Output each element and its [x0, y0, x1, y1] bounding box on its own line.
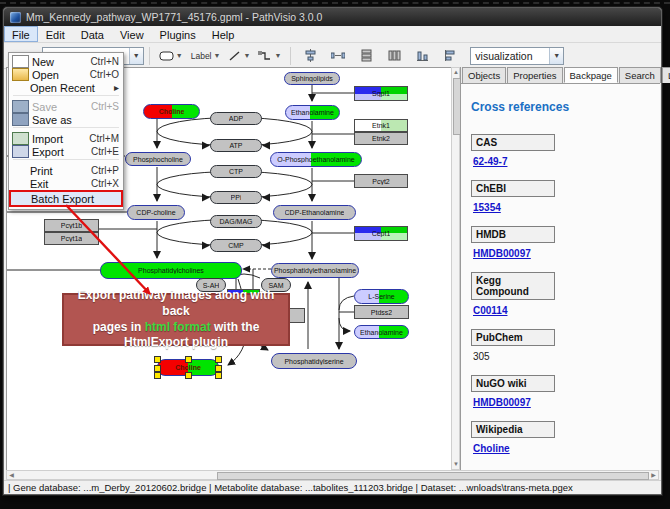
- file-menu-item[interactable]: Batch Export: [11, 192, 121, 205]
- line-icon: [228, 50, 241, 62]
- xref-link[interactable]: 305: [473, 351, 490, 362]
- xref-database-name: NuGO wiki: [471, 375, 555, 392]
- panel-tab[interactable]: Properties: [507, 67, 562, 83]
- align-bottom-button[interactable]: [409, 45, 435, 66]
- xref-link[interactable]: C00114: [473, 305, 507, 316]
- scroll-right-icon[interactable]: ▶: [649, 471, 658, 479]
- file-menu-item[interactable]: Import Ctrl+M: [10, 132, 122, 145]
- scrollbar-thumb[interactable]: [217, 472, 649, 480]
- pathway-node[interactable]: DAG/MAG: [210, 215, 262, 228]
- pathway-node[interactable]: Ptdss2: [354, 305, 409, 319]
- selection-handle[interactable]: [215, 365, 222, 372]
- menubar-item[interactable]: File: [4, 26, 38, 42]
- xref-section: CAS 62-49-7: [469, 134, 652, 173]
- xref-link[interactable]: HMDB00097: [473, 397, 531, 408]
- pathway-node[interactable]: Choline: [143, 104, 200, 119]
- panel-tab[interactable]: Search: [619, 67, 661, 83]
- pathway-node[interactable]: Etnk2: [354, 132, 408, 145]
- chevron-down-icon[interactable]: ▼: [129, 48, 143, 64]
- pathway-node[interactable]: Sphingolipids: [284, 72, 340, 85]
- pathway-node[interactable]: CMP: [210, 239, 262, 252]
- selection-handle[interactable]: [154, 356, 161, 363]
- align-center-button[interactable]: [297, 45, 323, 66]
- file-menu-item[interactable]: [13, 95, 119, 99]
- xref-link[interactable]: HMDB00097: [473, 248, 531, 259]
- file-menu-item[interactable]: Open Ctrl+O: [10, 68, 122, 81]
- pathway-node[interactable]: Phosphatidylethanolamine: [271, 263, 359, 278]
- file-menu-item[interactable]: New Ctrl+N: [10, 55, 122, 68]
- file-menu: New Ctrl+N Open Ctrl+O Open Recent ▸: [8, 52, 124, 210]
- file-menu-item[interactable]: Save as: [10, 113, 122, 126]
- new-label-button[interactable]: Label ▼: [188, 45, 224, 66]
- distribute-horizontal-icon: [331, 49, 345, 62]
- file-menu-item[interactable]: Exit Ctrl+X: [10, 177, 122, 190]
- menubar-item[interactable]: View: [112, 26, 152, 42]
- file-menu-item[interactable]: Open Recent ▸: [10, 81, 122, 94]
- pathway-node[interactable]: Pcyt1b: [44, 219, 99, 232]
- file-menu-item[interactable]: Export Ctrl+E: [10, 145, 122, 158]
- xref-link[interactable]: 15354: [473, 202, 501, 213]
- xref-section: PubChem 305: [469, 329, 652, 368]
- pathway-node[interactable]: O-Phosphoethanolamine: [270, 152, 362, 167]
- scroll-up-icon[interactable]: ▲: [452, 68, 460, 77]
- pathway-node[interactable]: Phosphatidylcholines: [100, 262, 242, 279]
- align-left-icon: [444, 49, 457, 62]
- pathway-node[interactable]: ADP: [210, 112, 262, 125]
- menubar-item[interactable]: Help: [204, 26, 243, 42]
- pathway-node[interactable]: PPi: [210, 191, 262, 204]
- pathway-node[interactable]: CDP-Ethanolamine: [273, 205, 356, 220]
- pathway-node[interactable]: CDP-choline: [127, 205, 185, 220]
- file-menu-item[interactable]: Save Ctrl+S: [10, 100, 122, 113]
- pathway-node[interactable]: CTP: [210, 165, 262, 178]
- selection-handle[interactable]: [154, 372, 161, 379]
- panel-tab[interactable]: Backpage: [564, 67, 618, 83]
- selection-handle[interactable]: [215, 356, 222, 363]
- file-menu-item[interactable]: [13, 159, 119, 163]
- pathway-node[interactable]: Etnk1: [354, 119, 408, 132]
- visualization-combobox[interactable]: visualization ▼: [470, 47, 564, 65]
- align-bottom-icon: [416, 49, 429, 62]
- selection-handle[interactable]: [215, 372, 222, 379]
- selection-handle[interactable]: [154, 365, 161, 372]
- selection-handle[interactable]: [185, 372, 192, 379]
- new-line-button[interactable]: ▼: [225, 45, 253, 66]
- pathway-node[interactable]: Pcyt2: [354, 174, 408, 188]
- xref-link[interactable]: 62-49-7: [473, 156, 507, 167]
- new-connector-button[interactable]: ▼: [255, 45, 284, 66]
- scroll-down-icon[interactable]: ▼: [452, 460, 460, 469]
- file-menu-item[interactable]: Print Ctrl+P: [10, 164, 122, 177]
- pathway-node[interactable]: Phosphatidylserine: [271, 353, 357, 369]
- menubar-item[interactable]: Edit: [38, 26, 73, 42]
- menu-bar: File Edit Data View Plugins Help: [4, 26, 661, 43]
- menu-item-icon: [12, 55, 29, 68]
- canvas-horizontal-scrollbar[interactable]: ◀ ▶: [6, 470, 659, 480]
- scroll-left-icon[interactable]: ◀: [7, 471, 16, 479]
- panel-tab[interactable]: Legend: [662, 67, 670, 83]
- chevron-down-icon[interactable]: ▼: [549, 48, 563, 64]
- pathway-node[interactable]: Ethanolamine: [285, 105, 340, 120]
- pathway-node[interactable]: L-Serine: [354, 289, 409, 304]
- pathway-node[interactable]: Sgpl1: [354, 86, 408, 101]
- xref-section: Kegg Compound C00114: [469, 272, 652, 322]
- side-panel: Objects Properties Backpage Search Legen…: [460, 67, 660, 470]
- selection-handle[interactable]: [185, 356, 192, 363]
- title-bar[interactable]: Mm_Kennedy_pathway_WP1771_45176.gpml - P…: [4, 8, 661, 26]
- xref-link[interactable]: Choline: [473, 443, 510, 454]
- file-menu-item[interactable]: [13, 127, 119, 131]
- pathway-node[interactable]: Phosphocholine: [125, 152, 191, 166]
- stack-rows-button[interactable]: [353, 45, 379, 66]
- canvas-vertical-scrollbar[interactable]: ▲ ▼: [451, 67, 460, 470]
- pathway-node[interactable]: ATP: [210, 139, 262, 152]
- new-datanode-button[interactable]: ▼: [156, 45, 186, 66]
- pathway-node[interactable]: Pcyt1a: [44, 232, 99, 245]
- menubar-item[interactable]: Data: [73, 26, 112, 42]
- pathway-node[interactable]: Choline: [157, 359, 219, 376]
- align-left-button[interactable]: [437, 45, 463, 66]
- pathway-node[interactable]: Cept1: [354, 226, 408, 241]
- menubar-item[interactable]: Plugins: [152, 26, 204, 42]
- panel-tab[interactable]: Objects: [462, 67, 506, 83]
- stack-columns-button[interactable]: [381, 45, 407, 66]
- pathway-node[interactable]: Ethanolamine: [354, 325, 409, 339]
- distribute-horizontal-button[interactable]: [325, 45, 351, 66]
- window-title: Mm_Kennedy_pathway_WP1771_45176.gpml - P…: [26, 11, 322, 23]
